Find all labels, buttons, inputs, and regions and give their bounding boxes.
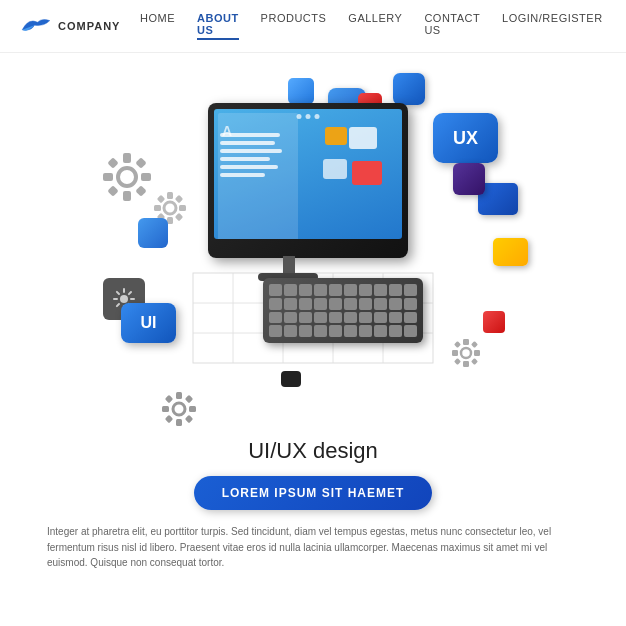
line-4	[220, 157, 270, 161]
svg-rect-32	[185, 395, 193, 403]
svg-rect-29	[162, 406, 169, 412]
screen-folder-red	[352, 161, 382, 185]
key	[299, 298, 312, 310]
nav-contact[interactable]: CONTACT US	[424, 12, 480, 40]
svg-point-35	[461, 348, 471, 358]
key	[359, 325, 372, 337]
logo-icon	[20, 16, 52, 36]
key	[284, 298, 297, 310]
svg-rect-8	[123, 153, 131, 163]
gear-bottom-left-icon	[161, 391, 197, 427]
svg-rect-30	[189, 406, 196, 412]
key	[269, 298, 282, 310]
svg-rect-37	[463, 361, 469, 367]
svg-rect-9	[123, 191, 131, 201]
svg-rect-12	[107, 157, 118, 168]
nav-about[interactable]: ABOUT US	[197, 12, 239, 40]
line-2	[220, 141, 275, 145]
header: COMPANY HOME ABOUT US PRODUCTS GALLERY C…	[0, 0, 626, 53]
svg-point-26	[173, 403, 185, 415]
float-red-right	[483, 311, 505, 333]
navigation: HOME ABOUT US PRODUCTS GALLERY CONTACT U…	[140, 12, 603, 40]
svg-point-25	[120, 295, 128, 303]
key	[374, 325, 387, 337]
float-purple-square	[453, 163, 485, 195]
svg-rect-14	[107, 185, 118, 196]
folder-yellow-right	[493, 238, 528, 266]
key	[374, 284, 387, 296]
key	[359, 284, 372, 296]
key	[299, 284, 312, 296]
svg-point-16	[164, 202, 176, 214]
svg-rect-40	[454, 341, 461, 348]
screen-box-white	[349, 127, 377, 149]
dot-3	[315, 114, 320, 119]
key	[344, 284, 357, 296]
page-title: UI/UX design	[194, 438, 433, 464]
svg-rect-41	[471, 341, 478, 348]
line-5	[220, 165, 278, 169]
svg-rect-21	[157, 195, 165, 203]
key	[329, 284, 342, 296]
svg-rect-24	[175, 213, 183, 221]
key	[389, 284, 402, 296]
key	[299, 325, 312, 337]
svg-rect-28	[176, 419, 182, 426]
illustration: UX	[63, 63, 563, 433]
svg-rect-36	[463, 339, 469, 345]
cta-button[interactable]: LOREM IPSUM SIT HAEMET	[194, 476, 433, 510]
ui-badge: UI	[121, 303, 176, 343]
key	[314, 312, 327, 324]
description-text: Integer at pharetra elit, eu porttitor t…	[23, 510, 603, 571]
float-blue-small	[288, 78, 314, 104]
line-6	[220, 173, 265, 177]
key	[284, 312, 297, 324]
svg-rect-19	[154, 205, 161, 211]
svg-rect-38	[452, 350, 458, 356]
logo-text: COMPANY	[58, 20, 120, 32]
nav-home[interactable]: HOME	[140, 12, 175, 40]
key	[269, 312, 282, 324]
logo-area: COMPANY	[20, 16, 140, 36]
key	[299, 312, 312, 324]
key	[344, 325, 357, 337]
key	[359, 298, 372, 310]
svg-rect-15	[135, 185, 146, 196]
key	[344, 312, 357, 324]
key	[284, 325, 297, 337]
key	[329, 298, 342, 310]
nav-products[interactable]: PRODUCTS	[261, 12, 327, 40]
key	[404, 312, 417, 324]
ux-badge: UX	[433, 113, 498, 163]
float-blue-left-mid	[138, 218, 168, 248]
keyboard	[263, 278, 423, 343]
svg-rect-34	[185, 415, 193, 423]
key	[404, 298, 417, 310]
key	[269, 284, 282, 296]
line-3	[220, 149, 282, 153]
main-content: UX	[0, 53, 626, 571]
gear-large-icon	[101, 151, 153, 203]
key	[374, 298, 387, 310]
computer-monitor: A	[208, 103, 408, 258]
key	[269, 325, 282, 337]
key	[389, 325, 402, 337]
monitor-screen: A	[214, 109, 402, 239]
nav-gallery[interactable]: GALLERY	[348, 12, 402, 40]
key	[344, 298, 357, 310]
svg-rect-33	[165, 415, 173, 423]
svg-rect-42	[454, 358, 461, 365]
svg-rect-20	[179, 205, 186, 211]
dark-small-box	[281, 371, 301, 387]
screen-folder-white2	[323, 159, 347, 179]
key	[389, 298, 402, 310]
key	[284, 284, 297, 296]
svg-rect-39	[474, 350, 480, 356]
screen-box-orange	[325, 127, 347, 145]
nav-login[interactable]: LOGIN/REGISTER	[502, 12, 603, 40]
key	[314, 298, 327, 310]
title-section: UI/UX design LOREM IPSUM SIT HAEMET	[194, 438, 433, 510]
screen-letter-a: A	[222, 123, 232, 139]
svg-rect-10	[103, 173, 113, 181]
svg-rect-13	[135, 157, 146, 168]
